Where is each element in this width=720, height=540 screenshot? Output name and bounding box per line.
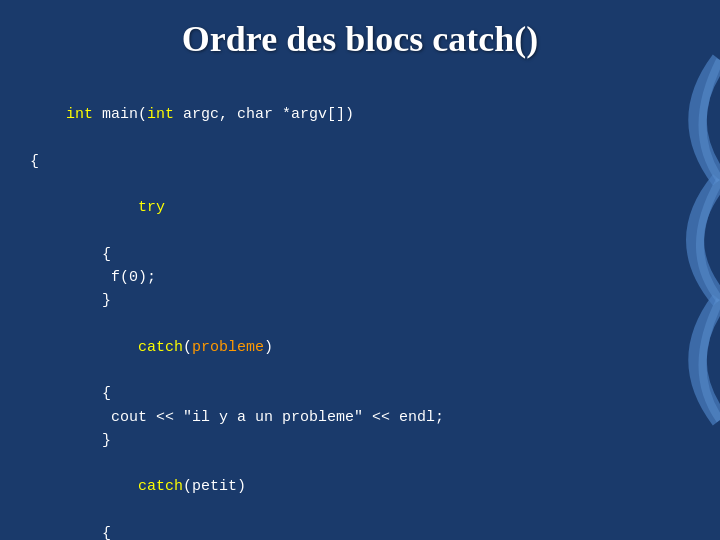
kw-int2: int [147, 106, 174, 123]
code-line-6: } [30, 289, 680, 312]
code-main-sig: main( [93, 106, 147, 123]
code-line-7: catch(probleme) [30, 313, 680, 383]
code-argc: argc, char *argv[]) [174, 106, 354, 123]
code-line-1: int main(int argc, char *argv[]) [30, 80, 680, 150]
page-title: Ordre des blocs catch() [182, 19, 538, 59]
code-line-5: f(0); [30, 266, 680, 289]
kw-catch1: catch [138, 339, 183, 356]
code-line-3: try [30, 173, 680, 243]
title-area: Ordre des blocs catch() [0, 0, 720, 70]
catch1-arg: probleme [192, 339, 264, 356]
code-line-4: { [30, 243, 680, 266]
code-line-11: catch(petit) [30, 452, 680, 522]
code-line-2: { [30, 150, 680, 173]
decorative-arcs [665, 0, 720, 540]
kw-int: int [66, 106, 93, 123]
kw-catch2: catch [138, 478, 183, 495]
code-line-10: } [30, 429, 680, 452]
code-block: int main(int argc, char *argv[]) { try {… [0, 70, 720, 540]
code-line-12: { [30, 522, 680, 540]
kw-try: try [138, 199, 165, 216]
code-line-9: cout << "il y a un probleme" << endl; [30, 406, 680, 429]
code-line-8: { [30, 382, 680, 405]
